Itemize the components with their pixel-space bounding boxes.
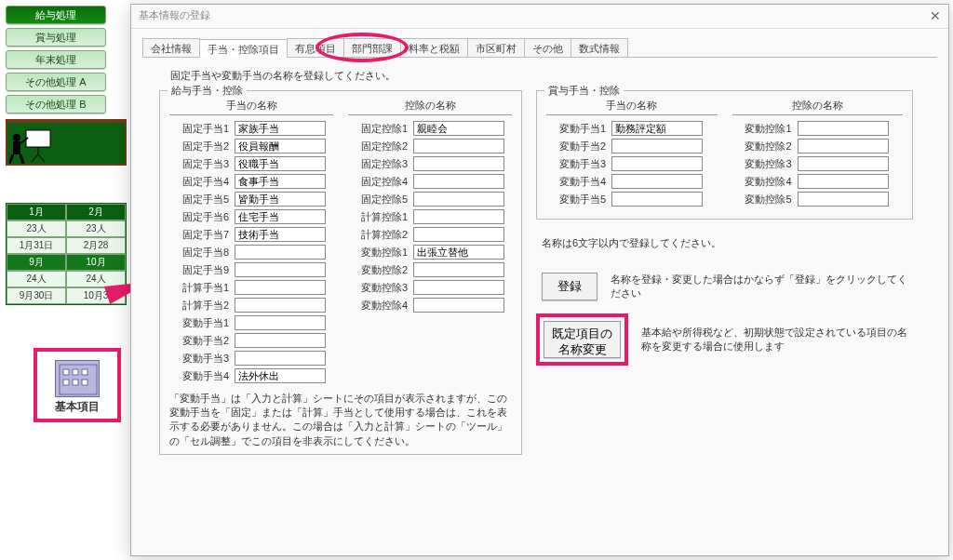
bonus-deduction-row-3: 変動控除4 <box>732 174 904 189</box>
register-button[interactable]: 登録 <box>542 273 597 300</box>
salary-deduction-input[interactable] <box>413 262 504 277</box>
svg-line-7 <box>20 154 23 164</box>
salary-deduction-row-1: 固定控除2 <box>348 139 512 153</box>
basic-item-button[interactable]: 基本項目 <box>34 348 121 422</box>
svg-rect-14 <box>73 380 78 385</box>
salary-allowance-label: 変動手当3 <box>169 352 229 366</box>
salary-allowance-label: 固定手当5 <box>169 193 229 207</box>
bonus-deduction-input[interactable] <box>798 156 889 171</box>
change-defaults-note: 基本給や所得税など、初期状態で設定されている項目の名称を変更する場合に使用します <box>641 326 913 353</box>
bonus-deduction-input[interactable] <box>798 174 889 189</box>
salary-allowance-row-6: 固定手当7 <box>169 227 333 242</box>
salary-allowance-input[interactable] <box>235 280 326 295</box>
change-defaults-annotation: 既定項目の 名称変更 <box>536 313 628 366</box>
bonus-deduction-col: 控除の名称 変動控除1変動控除2変動控除3変動控除4変動控除5 <box>732 99 904 209</box>
bonus-allowance-input[interactable] <box>611 192 703 207</box>
close-icon[interactable]: ✕ <box>930 8 941 24</box>
salary-allowance-input[interactable] <box>235 368 326 383</box>
salary-deduction-label: 計算控除2 <box>348 228 408 242</box>
svg-line-6 <box>9 154 13 164</box>
salary-allowance-input[interactable] <box>235 139 326 153</box>
bonus-deduction-input[interactable] <box>798 192 889 207</box>
bonus-allowance-label: 変動手当1 <box>546 122 606 136</box>
tab-0[interactable]: 会社情報 <box>142 38 200 57</box>
salary-deduction-input[interactable] <box>413 192 504 207</box>
salary-allowance-input[interactable] <box>235 262 326 277</box>
salary-allowance-label: 計算手当2 <box>169 299 229 313</box>
salary-allowance-input[interactable] <box>235 209 326 224</box>
salary-deduction-label: 変動控除2 <box>348 263 408 277</box>
salary-deduction-input[interactable] <box>413 245 504 260</box>
svg-rect-5 <box>13 141 20 154</box>
bonus-deduction-header: 控除の名称 <box>732 99 904 115</box>
salary-allowance-input[interactable] <box>235 245 326 260</box>
side-button-2[interactable]: 年末処理 <box>6 50 106 69</box>
salary-allowance-input[interactable] <box>235 156 326 171</box>
salary-deduction-label: 固定控除2 <box>348 140 408 153</box>
salary-deduction-input[interactable] <box>413 227 504 242</box>
bonus-deduction-row-0: 変動控除1 <box>732 121 904 136</box>
salary-deduction-input[interactable] <box>413 139 504 153</box>
bonus-allowance-input[interactable] <box>611 121 703 136</box>
change-defaults-button[interactable]: 既定項目の 名称変更 <box>544 321 621 358</box>
bonus-allowance-label: 変動手当3 <box>546 157 606 171</box>
salary-deduction-row-9: 変動控除3 <box>348 280 512 295</box>
salary-allowance-label: 固定手当7 <box>169 228 229 242</box>
salary-allowance-label: 固定手当6 <box>169 210 229 224</box>
tab-6[interactable]: その他 <box>524 38 571 57</box>
bonus-allowance-row-4: 変動手当5 <box>546 192 718 207</box>
dialog-titlebar: 基本情報の登録 ✕ <box>131 5 948 29</box>
salary-deduction-input[interactable] <box>413 209 504 224</box>
salary-allowance-input[interactable] <box>235 227 326 242</box>
salary-deduction-label: 変動控除3 <box>348 281 408 295</box>
salary-deduction-label: 変動控除4 <box>348 299 408 313</box>
cal-cell: 23人 <box>66 220 126 237</box>
side-button-1[interactable]: 賞与処理 <box>6 28 106 47</box>
salary-allowance-row-13: 変動手当3 <box>169 351 333 366</box>
salary-allowance-row-8: 固定手当9 <box>169 262 333 277</box>
bonus-deduction-input[interactable] <box>798 121 889 136</box>
salary-deduction-row-5: 計算控除1 <box>348 209 512 224</box>
salary-allowance-input[interactable] <box>235 174 326 189</box>
side-button-3[interactable]: その他処理 A <box>6 73 106 91</box>
salary-allowance-input[interactable] <box>235 351 326 366</box>
instruction-text: 固定手当や変動手当の名称を登録してください。 <box>170 69 937 83</box>
salary-deduction-input[interactable] <box>413 121 504 136</box>
bonus-deduction-row-2: 変動控除3 <box>732 156 904 171</box>
salary-allowance-label: 固定手当8 <box>169 246 229 260</box>
bonus-allowance-input[interactable] <box>611 156 703 171</box>
salary-deduction-input[interactable] <box>413 280 504 295</box>
bonus-deduction-row-4: 変動控除5 <box>732 192 904 207</box>
salary-deduction-row-7: 変動控除1 <box>348 245 512 260</box>
salary-allowance-label: 固定手当9 <box>169 263 229 277</box>
bonus-deduction-label: 変動控除5 <box>732 193 792 207</box>
salary-group: 給与手当・控除 手当の名称 固定手当1固定手当2固定手当3固定手当4固定手当5固… <box>159 90 522 455</box>
salary-allowance-input[interactable] <box>235 192 326 207</box>
blackboard-graphic <box>6 119 127 166</box>
tab-1[interactable]: 手当・控除項目 <box>199 39 288 58</box>
salary-allowance-input[interactable] <box>235 315 326 330</box>
cal-cell: 2月28 <box>66 237 126 254</box>
cal-cell: 2月 <box>66 204 126 220</box>
side-button-4[interactable]: その他処理 B <box>6 95 106 113</box>
salary-deduction-input[interactable] <box>413 174 504 189</box>
salary-deduction-input[interactable] <box>413 298 504 313</box>
tab-7[interactable]: 数式情報 <box>570 38 628 57</box>
salary-allowance-row-5: 固定手当6 <box>169 209 333 224</box>
salary-deduction-label: 固定控除3 <box>348 157 408 171</box>
salary-deduction-col: 控除の名称 固定控除1固定控除2固定控除3固定控除4固定控除5計算控除1計算控除… <box>348 99 512 386</box>
salary-deduction-input[interactable] <box>413 156 504 171</box>
bonus-deduction-label: 変動控除1 <box>732 122 792 136</box>
salary-allowance-input[interactable] <box>235 333 326 348</box>
bonus-allowance-input[interactable] <box>611 174 703 189</box>
bonus-deduction-input[interactable] <box>798 139 889 153</box>
bonus-allowance-input[interactable] <box>611 139 703 153</box>
side-button-0[interactable]: 給与処理 <box>6 6 106 24</box>
tab-2[interactable]: 有息項目 <box>287 38 344 57</box>
tab-3[interactable]: 部門部課 <box>343 38 401 57</box>
salary-allowance-input[interactable] <box>235 121 326 136</box>
tab-4[interactable]: 料率と税額 <box>400 38 468 57</box>
tab-5[interactable]: 市区町村 <box>467 38 525 57</box>
salary-deduction-row-10: 変動控除4 <box>348 298 512 313</box>
salary-allowance-input[interactable] <box>235 298 326 313</box>
